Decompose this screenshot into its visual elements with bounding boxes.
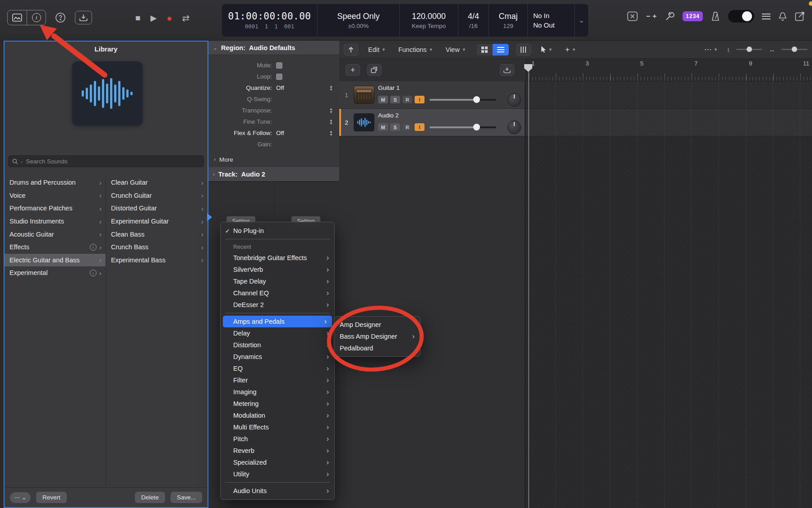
library-action-menu-button[interactable]: ⋯ ⌄ <box>10 492 31 503</box>
menu-item-metering[interactable]: Metering› <box>221 398 334 410</box>
search-scope-chevron[interactable]: ⌄ <box>20 159 23 163</box>
record-enable-button[interactable]: R <box>402 96 412 103</box>
view-menu-button[interactable]: View▼ <box>443 46 469 54</box>
more-disclosure[interactable]: › More <box>208 154 339 165</box>
minus-plus-icon[interactable] <box>646 12 657 20</box>
list-view-button[interactable] <box>493 44 509 56</box>
metronome-icon[interactable] <box>710 11 720 21</box>
track-header-config-button[interactable] <box>500 64 514 76</box>
subcategory-item[interactable]: Experimental Guitar› <box>106 215 208 228</box>
transpose-stepper[interactable]: ▲▼ <box>329 107 333 114</box>
cycle-button[interactable]: ⇄ <box>182 13 189 23</box>
secondary-tool-button[interactable]: +▼ <box>563 45 579 55</box>
mute-checkbox[interactable] <box>276 62 282 69</box>
lcd-key-section[interactable]: Cmaj 129 <box>489 4 528 37</box>
subcategory-item[interactable]: Clean Guitar› <box>106 176 208 189</box>
save-button[interactable]: Save... <box>171 492 202 503</box>
flex-mode-button[interactable] <box>517 44 531 56</box>
flex-follow-stepper[interactable]: ▲▼ <box>329 130 333 136</box>
menu-item-eq[interactable]: EQ› <box>221 363 334 374</box>
region-inspector-header[interactable]: ⌄ Region: Audio Defaults <box>208 41 339 55</box>
menu-item-audio-units[interactable]: Audio Units› <box>221 485 334 497</box>
menu-item-modulation[interactable]: Modulation› <box>221 410 334 421</box>
count-in-badge[interactable]: 1234 <box>683 11 703 21</box>
category-item[interactable]: Effects↓› <box>5 241 106 254</box>
lcd-display[interactable]: 01:00:00:00.00 0001 1 1 001 Speed Only ±… <box>222 4 588 37</box>
inspector-toggle-button[interactable]: i <box>27 10 46 25</box>
lcd-options-chevron[interactable]: ⌄ <box>575 4 588 37</box>
list-view-icon[interactable] <box>762 14 770 19</box>
volume-thumb[interactable] <box>473 96 480 103</box>
track-lane-guitar-1[interactable] <box>526 81 812 109</box>
volume-thumb[interactable] <box>473 124 480 130</box>
subcategory-item[interactable]: Crunch Guitar› <box>106 189 208 202</box>
quantize-value[interactable]: Off <box>276 84 284 91</box>
track-inspector-header[interactable]: › Track: Audio 2 <box>208 167 339 182</box>
menu-item-silververb[interactable]: SilverVerb› <box>221 264 334 275</box>
vertical-zoom-slider[interactable] <box>736 49 762 50</box>
category-item[interactable]: Voice› <box>5 189 106 202</box>
pan-knob[interactable] <box>508 121 521 134</box>
edit-menu-button[interactable]: Edit▼ <box>365 46 388 54</box>
loop-checkbox[interactable] <box>276 74 282 80</box>
pan-knob[interactable] <box>508 93 521 107</box>
input-monitor-button[interactable]: I <box>415 96 424 103</box>
flex-follow-value[interactable]: Off <box>276 130 284 136</box>
category-item[interactable]: Experimental↓› <box>5 266 106 280</box>
menu-item-pitch[interactable]: Pitch› <box>221 433 334 445</box>
solo-button[interactable]: S <box>390 96 400 103</box>
category-item[interactable]: Acoustic Guitar› <box>5 228 106 241</box>
play-button[interactable]: ▶ <box>150 13 157 23</box>
bar-ruler[interactable]: 1 3 5 7 9 11 <box>526 59 812 81</box>
menu-item-amps-and-pedals[interactable]: Amps and Pedals› <box>223 316 332 327</box>
lcd-varispeed-section[interactable]: Speed Only ±0.00% <box>318 4 400 37</box>
menu-item-reverb[interactable]: Reverb› <box>221 445 334 457</box>
fine-tune-stepper[interactable]: ▲▼ <box>329 119 333 125</box>
menu-item-dynamics[interactable]: Dynamics› <box>221 351 334 363</box>
menu-item-tonebridge[interactable]: Tonebridge Guitar Effects› <box>221 252 334 264</box>
clear-box-icon[interactable] <box>627 11 638 21</box>
submenu-item-amp-designer[interactable]: Amp Designer <box>334 319 420 331</box>
subcategory-item[interactable]: Experimental Bass› <box>106 254 208 267</box>
menu-item-distortion[interactable]: Distortion› <box>221 339 334 351</box>
category-item[interactable]: Performance Patches› <box>5 202 106 215</box>
subcategory-item[interactable]: Clean Bass› <box>106 228 208 241</box>
lcd-signature-section[interactable]: 4/4 /16 <box>458 4 489 37</box>
lcd-time-section[interactable]: 01:00:00:00.00 0001 1 1 001 <box>222 4 318 37</box>
mute-button[interactable]: M <box>378 123 388 131</box>
catch-playhead-button[interactable] <box>344 44 358 56</box>
submenu-item-bass-amp-designer[interactable]: Bass Amp Designer› <box>334 331 420 342</box>
delete-button[interactable]: Delete <box>135 492 165 503</box>
menu-item-deesser-2[interactable]: DeEsser 2› <box>221 299 334 311</box>
grid-view-button[interactable] <box>476 44 493 56</box>
tuner-wrench-icon[interactable] <box>665 11 675 21</box>
menu-item-filter[interactable]: Filter› <box>221 374 334 386</box>
duplicate-track-button[interactable] <box>367 64 382 76</box>
menu-item-no-plugin[interactable]: ✓No Plug-in <box>221 225 334 237</box>
volume-slider[interactable] <box>429 124 496 130</box>
media-browser-button[interactable] <box>8 10 27 25</box>
menu-item-channel-eq[interactable]: Channel EQ› <box>221 287 334 299</box>
record-button[interactable]: ● <box>166 13 172 23</box>
revert-button[interactable]: Revert <box>36 492 67 503</box>
add-track-button[interactable]: + <box>346 64 360 76</box>
track-name[interactable]: Guitar 1 <box>378 84 521 91</box>
category-item[interactable]: Studio Instruments› <box>5 215 106 228</box>
menu-item-multi-effects[interactable]: Multi Effects› <box>221 421 334 433</box>
menu-item-utility[interactable]: Utility› <box>221 468 334 480</box>
track-header-audio-2[interactable]: 2 Audio 2 M S R I <box>339 109 525 136</box>
arrange-canvas[interactable] <box>526 81 812 508</box>
share-icon[interactable] <box>795 11 806 21</box>
subcategory-item[interactable]: Crunch Bass› <box>106 241 208 254</box>
stop-button[interactable]: ■ <box>135 13 140 23</box>
search-field[interactable]: ⌄ <box>8 155 204 167</box>
solo-button[interactable]: S <box>390 123 400 131</box>
record-enable-button[interactable]: R <box>402 123 412 131</box>
help-button[interactable] <box>53 11 68 24</box>
pointer-tool-button[interactable]: ▼ <box>538 46 555 53</box>
category-item-selected[interactable]: Electric Guitar and Bass› <box>5 254 106 267</box>
category-item[interactable]: Drums and Percussion› <box>5 176 106 189</box>
track-name[interactable]: Audio 2 <box>378 112 521 119</box>
menu-item-imaging[interactable]: Imaging› <box>221 386 334 398</box>
lcd-io-section[interactable]: No In No Out <box>528 4 575 37</box>
